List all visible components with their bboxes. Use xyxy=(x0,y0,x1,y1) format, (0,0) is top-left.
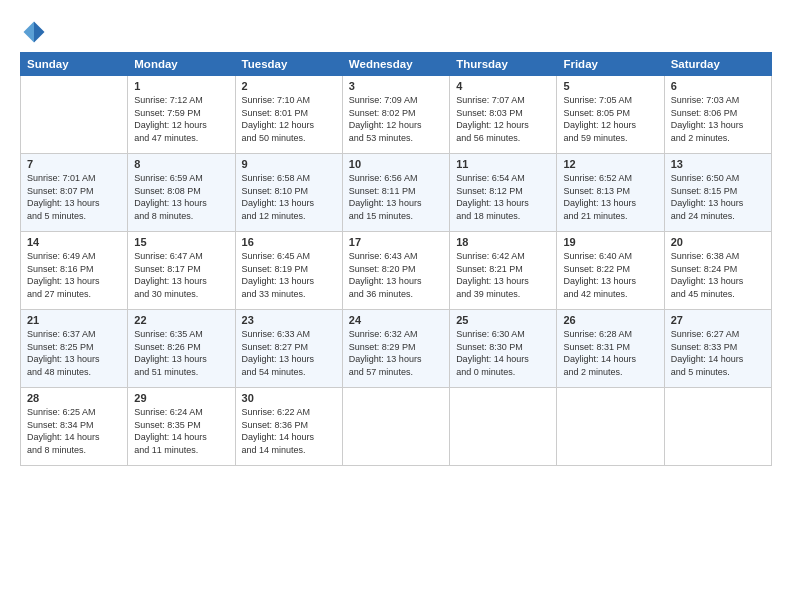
day-info: Sunrise: 7:12 AMSunset: 7:59 PMDaylight:… xyxy=(134,94,228,144)
day-info: Sunrise: 6:59 AMSunset: 8:08 PMDaylight:… xyxy=(134,172,228,222)
calendar-cell: 21Sunrise: 6:37 AMSunset: 8:25 PMDayligh… xyxy=(21,310,128,388)
day-info: Sunrise: 7:07 AMSunset: 8:03 PMDaylight:… xyxy=(456,94,550,144)
calendar-cell: 12Sunrise: 6:52 AMSunset: 8:13 PMDayligh… xyxy=(557,154,664,232)
day-number: 11 xyxy=(456,158,550,170)
col-header-wednesday: Wednesday xyxy=(342,53,449,76)
day-info: Sunrise: 6:42 AMSunset: 8:21 PMDaylight:… xyxy=(456,250,550,300)
calendar-cell: 27Sunrise: 6:27 AMSunset: 8:33 PMDayligh… xyxy=(664,310,771,388)
day-info: Sunrise: 7:01 AMSunset: 8:07 PMDaylight:… xyxy=(27,172,121,222)
day-info: Sunrise: 7:09 AMSunset: 8:02 PMDaylight:… xyxy=(349,94,443,144)
day-number: 29 xyxy=(134,392,228,404)
day-number: 2 xyxy=(242,80,336,92)
day-info: Sunrise: 7:10 AMSunset: 8:01 PMDaylight:… xyxy=(242,94,336,144)
day-number: 17 xyxy=(349,236,443,248)
day-info: Sunrise: 6:27 AMSunset: 8:33 PMDaylight:… xyxy=(671,328,765,378)
calendar-cell xyxy=(21,76,128,154)
day-info: Sunrise: 6:43 AMSunset: 8:20 PMDaylight:… xyxy=(349,250,443,300)
col-header-sunday: Sunday xyxy=(21,53,128,76)
calendar-cell: 5Sunrise: 7:05 AMSunset: 8:05 PMDaylight… xyxy=(557,76,664,154)
calendar-cell: 14Sunrise: 6:49 AMSunset: 8:16 PMDayligh… xyxy=(21,232,128,310)
calendar-cell: 15Sunrise: 6:47 AMSunset: 8:17 PMDayligh… xyxy=(128,232,235,310)
day-info: Sunrise: 7:03 AMSunset: 8:06 PMDaylight:… xyxy=(671,94,765,144)
day-number: 1 xyxy=(134,80,228,92)
calendar-cell: 30Sunrise: 6:22 AMSunset: 8:36 PMDayligh… xyxy=(235,388,342,466)
day-info: Sunrise: 6:58 AMSunset: 8:10 PMDaylight:… xyxy=(242,172,336,222)
calendar-cell: 25Sunrise: 6:30 AMSunset: 8:30 PMDayligh… xyxy=(450,310,557,388)
calendar-cell: 10Sunrise: 6:56 AMSunset: 8:11 PMDayligh… xyxy=(342,154,449,232)
calendar-cell: 22Sunrise: 6:35 AMSunset: 8:26 PMDayligh… xyxy=(128,310,235,388)
calendar-cell: 8Sunrise: 6:59 AMSunset: 8:08 PMDaylight… xyxy=(128,154,235,232)
day-info: Sunrise: 6:52 AMSunset: 8:13 PMDaylight:… xyxy=(563,172,657,222)
week-row-4: 28Sunrise: 6:25 AMSunset: 8:34 PMDayligh… xyxy=(21,388,772,466)
calendar-cell xyxy=(342,388,449,466)
calendar-cell xyxy=(664,388,771,466)
day-number: 13 xyxy=(671,158,765,170)
calendar-cell: 3Sunrise: 7:09 AMSunset: 8:02 PMDaylight… xyxy=(342,76,449,154)
day-number: 23 xyxy=(242,314,336,326)
day-number: 14 xyxy=(27,236,121,248)
col-header-saturday: Saturday xyxy=(664,53,771,76)
day-info: Sunrise: 6:45 AMSunset: 8:19 PMDaylight:… xyxy=(242,250,336,300)
day-number: 20 xyxy=(671,236,765,248)
calendar-cell: 11Sunrise: 6:54 AMSunset: 8:12 PMDayligh… xyxy=(450,154,557,232)
day-number: 4 xyxy=(456,80,550,92)
day-info: Sunrise: 6:40 AMSunset: 8:22 PMDaylight:… xyxy=(563,250,657,300)
day-info: Sunrise: 6:24 AMSunset: 8:35 PMDaylight:… xyxy=(134,406,228,456)
calendar-cell: 18Sunrise: 6:42 AMSunset: 8:21 PMDayligh… xyxy=(450,232,557,310)
header xyxy=(20,18,772,46)
day-info: Sunrise: 6:38 AMSunset: 8:24 PMDaylight:… xyxy=(671,250,765,300)
day-info: Sunrise: 6:50 AMSunset: 8:15 PMDaylight:… xyxy=(671,172,765,222)
day-number: 27 xyxy=(671,314,765,326)
day-number: 25 xyxy=(456,314,550,326)
page: SundayMondayTuesdayWednesdayThursdayFrid… xyxy=(0,0,792,612)
calendar-cell: 16Sunrise: 6:45 AMSunset: 8:19 PMDayligh… xyxy=(235,232,342,310)
day-info: Sunrise: 6:35 AMSunset: 8:26 PMDaylight:… xyxy=(134,328,228,378)
day-number: 30 xyxy=(242,392,336,404)
week-row-1: 7Sunrise: 7:01 AMSunset: 8:07 PMDaylight… xyxy=(21,154,772,232)
day-number: 16 xyxy=(242,236,336,248)
logo-icon xyxy=(20,18,48,46)
day-number: 24 xyxy=(349,314,443,326)
calendar-cell: 2Sunrise: 7:10 AMSunset: 8:01 PMDaylight… xyxy=(235,76,342,154)
col-header-tuesday: Tuesday xyxy=(235,53,342,76)
col-header-thursday: Thursday xyxy=(450,53,557,76)
calendar-cell: 26Sunrise: 6:28 AMSunset: 8:31 PMDayligh… xyxy=(557,310,664,388)
day-info: Sunrise: 6:37 AMSunset: 8:25 PMDaylight:… xyxy=(27,328,121,378)
day-number: 26 xyxy=(563,314,657,326)
day-number: 12 xyxy=(563,158,657,170)
calendar-cell: 17Sunrise: 6:43 AMSunset: 8:20 PMDayligh… xyxy=(342,232,449,310)
calendar-cell: 28Sunrise: 6:25 AMSunset: 8:34 PMDayligh… xyxy=(21,388,128,466)
week-row-3: 21Sunrise: 6:37 AMSunset: 8:25 PMDayligh… xyxy=(21,310,772,388)
calendar-cell: 1Sunrise: 7:12 AMSunset: 7:59 PMDaylight… xyxy=(128,76,235,154)
logo xyxy=(20,18,52,46)
calendar-cell: 13Sunrise: 6:50 AMSunset: 8:15 PMDayligh… xyxy=(664,154,771,232)
col-header-friday: Friday xyxy=(557,53,664,76)
day-number: 5 xyxy=(563,80,657,92)
calendar-table: SundayMondayTuesdayWednesdayThursdayFrid… xyxy=(20,52,772,466)
day-info: Sunrise: 6:32 AMSunset: 8:29 PMDaylight:… xyxy=(349,328,443,378)
calendar-cell: 19Sunrise: 6:40 AMSunset: 8:22 PMDayligh… xyxy=(557,232,664,310)
svg-marker-1 xyxy=(24,22,35,43)
day-number: 19 xyxy=(563,236,657,248)
day-number: 6 xyxy=(671,80,765,92)
day-number: 7 xyxy=(27,158,121,170)
day-number: 15 xyxy=(134,236,228,248)
col-header-monday: Monday xyxy=(128,53,235,76)
header-row: SundayMondayTuesdayWednesdayThursdayFrid… xyxy=(21,53,772,76)
week-row-2: 14Sunrise: 6:49 AMSunset: 8:16 PMDayligh… xyxy=(21,232,772,310)
day-number: 8 xyxy=(134,158,228,170)
calendar-cell xyxy=(557,388,664,466)
day-info: Sunrise: 6:30 AMSunset: 8:30 PMDaylight:… xyxy=(456,328,550,378)
day-info: Sunrise: 6:25 AMSunset: 8:34 PMDaylight:… xyxy=(27,406,121,456)
day-info: Sunrise: 6:28 AMSunset: 8:31 PMDaylight:… xyxy=(563,328,657,378)
day-info: Sunrise: 6:56 AMSunset: 8:11 PMDaylight:… xyxy=(349,172,443,222)
calendar-cell: 29Sunrise: 6:24 AMSunset: 8:35 PMDayligh… xyxy=(128,388,235,466)
day-info: Sunrise: 6:47 AMSunset: 8:17 PMDaylight:… xyxy=(134,250,228,300)
calendar-cell: 7Sunrise: 7:01 AMSunset: 8:07 PMDaylight… xyxy=(21,154,128,232)
calendar-cell: 9Sunrise: 6:58 AMSunset: 8:10 PMDaylight… xyxy=(235,154,342,232)
day-number: 3 xyxy=(349,80,443,92)
day-info: Sunrise: 6:22 AMSunset: 8:36 PMDaylight:… xyxy=(242,406,336,456)
day-number: 21 xyxy=(27,314,121,326)
calendar-cell xyxy=(450,388,557,466)
calendar-cell: 24Sunrise: 6:32 AMSunset: 8:29 PMDayligh… xyxy=(342,310,449,388)
